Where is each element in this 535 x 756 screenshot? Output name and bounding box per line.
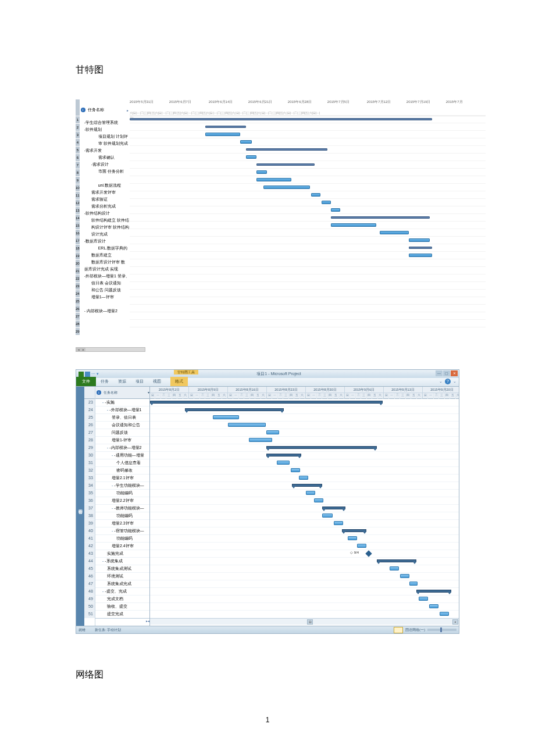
horizontal-scrollbar[interactable]: ◂ ▸ bbox=[76, 347, 145, 352]
summary-bar[interactable] bbox=[266, 446, 377, 449]
task-name-cell[interactable]: 增量2.1评审 bbox=[95, 475, 149, 482]
task-name-cell[interactable]: 实施完成 bbox=[95, 550, 149, 558]
task-bar[interactable] bbox=[263, 186, 310, 189]
summary-bar[interactable] bbox=[246, 148, 327, 151]
scroll-right-button[interactable]: ▸ bbox=[452, 619, 458, 625]
summary-bar[interactable] bbox=[409, 247, 432, 249]
column-dropdown-icon[interactable]: ▾ bbox=[148, 387, 149, 398]
task-name-cell[interactable]: 系统集成完成 bbox=[95, 580, 149, 588]
summary-bar[interactable] bbox=[185, 408, 284, 411]
ribbon-tab[interactable]: 视图 bbox=[148, 377, 166, 386]
minimize-button[interactable]: — bbox=[436, 370, 443, 376]
task-name-cell[interactable]: 系统集成测试 bbox=[95, 565, 149, 573]
task-name-cell[interactable]: 功能编码 bbox=[95, 535, 149, 543]
task-bar[interactable] bbox=[409, 238, 430, 242]
task-name-cell[interactable]: 审 软件规划完成 bbox=[80, 140, 130, 147]
summary-bar[interactable] bbox=[205, 126, 246, 128]
view-strip-label[interactable]: 甘特图 bbox=[76, 387, 84, 626]
task-name-cell[interactable]: 需求开发评审 bbox=[80, 189, 130, 196]
task-name-cell[interactable]: 完成文档 bbox=[95, 595, 149, 603]
summary-bar[interactable] bbox=[331, 216, 430, 219]
task-name-cell[interactable]: -软件结构设计 bbox=[80, 210, 130, 217]
summary-bar[interactable] bbox=[256, 163, 315, 166]
task-bar[interactable] bbox=[429, 604, 438, 608]
task-name-cell[interactable]: 增量2.4评审 bbox=[95, 543, 149, 550]
task-bar[interactable] bbox=[419, 597, 428, 601]
task-name-cell[interactable] bbox=[80, 315, 130, 322]
view-button[interactable] bbox=[394, 627, 403, 633]
task-bar[interactable] bbox=[334, 521, 343, 525]
task-name-cell[interactable]: 增量2.3评审 bbox=[95, 520, 149, 527]
task-name-cell[interactable]: -学生综合管理系统 bbox=[80, 119, 130, 126]
task-name-cell[interactable]: - -宿管功能模块— bbox=[95, 527, 149, 535]
help-icon[interactable]: ? bbox=[445, 379, 451, 384]
task-name-cell[interactable]: 构设计评审 软件结构 bbox=[80, 224, 130, 231]
task-bar[interactable] bbox=[380, 231, 409, 234]
save-icon[interactable] bbox=[85, 372, 90, 377]
task-bar[interactable] bbox=[348, 536, 357, 540]
scroll-right-icon[interactable]: ▸ bbox=[81, 348, 85, 351]
task-bar[interactable] bbox=[311, 193, 320, 197]
task-name-cell[interactable] bbox=[80, 301, 130, 308]
task-name-cell[interactable]: -外部模块—增量1 登录、 bbox=[80, 273, 130, 280]
task-bar[interactable] bbox=[228, 423, 266, 427]
task-name-cell[interactable]: - -外部模块—增量1 bbox=[95, 406, 149, 414]
summary-bar[interactable] bbox=[377, 559, 416, 562]
task-name-cell[interactable]: 提交完成 bbox=[95, 611, 149, 618]
close-button[interactable]: ✕ bbox=[451, 370, 458, 376]
task-name-cell[interactable]: 增量1—评审 bbox=[80, 294, 130, 301]
task-bar[interactable] bbox=[322, 201, 331, 204]
task-name-cell[interactable]: 市面 任务分析 bbox=[80, 168, 130, 175]
task-bar[interactable] bbox=[331, 208, 340, 212]
task-name-cell[interactable]: 和公告 问题反馈 bbox=[80, 287, 130, 294]
task-name-cell[interactable]: 功能编码 bbox=[95, 490, 149, 497]
horizontal-scrollbar[interactable]: ▤ ▸ bbox=[150, 618, 459, 625]
task-name-cell[interactable]: ERL.数据字典的 bbox=[80, 245, 130, 252]
summary-bar[interactable] bbox=[130, 118, 432, 120]
task-bar[interactable] bbox=[256, 170, 267, 174]
task-name-cell[interactable]: 据库设计完成 实现 bbox=[80, 266, 130, 273]
summary-bar[interactable] bbox=[416, 590, 451, 593]
task-name-cell[interactable]: - -通用功能—增量 bbox=[95, 452, 149, 459]
task-name-cell[interactable]: 增量1-评审 bbox=[95, 437, 149, 444]
task-name-cell[interactable]: 软件结构建立 软件结 bbox=[80, 217, 130, 224]
maximize-button[interactable]: ▢ bbox=[443, 370, 450, 376]
task-bar[interactable] bbox=[440, 612, 449, 616]
task-name-cell[interactable]: 个人信息查看 bbox=[95, 459, 149, 467]
task-bar[interactable] bbox=[205, 133, 240, 136]
resize-handle-icon[interactable]: ▸ bbox=[127, 108, 129, 112]
ribbon-options-icon[interactable]: ⌄ bbox=[453, 379, 456, 384]
task-bar[interactable] bbox=[331, 223, 376, 227]
task-bar[interactable] bbox=[409, 254, 432, 257]
task-bar[interactable] bbox=[322, 513, 333, 518]
task-bar[interactable] bbox=[213, 415, 239, 419]
task-name-cell[interactable]: 数据库设计评审 数 bbox=[80, 259, 130, 266]
summary-bar[interactable] bbox=[292, 484, 322, 487]
task-name-cell[interactable]: -数据库设计 bbox=[80, 238, 130, 245]
quick-access-icon[interactable]: ⋯ ▾ bbox=[91, 372, 99, 377]
summary-bar[interactable] bbox=[150, 401, 383, 404]
task-name-cell[interactable]: 需求分析完成 bbox=[80, 203, 130, 210]
task-name-cell[interactable] bbox=[80, 175, 130, 182]
task-name-cell[interactable]: 值日表 会议通知 bbox=[80, 280, 130, 287]
task-name-cell[interactable]: 设计完成 bbox=[80, 231, 130, 238]
task-name-cell[interactable]: - -学生功能模块— bbox=[95, 482, 149, 490]
task-bar[interactable] bbox=[277, 461, 290, 465]
task-bar[interactable] bbox=[409, 582, 418, 586]
task-bar[interactable] bbox=[266, 430, 279, 434]
task-name-cell[interactable]: 环境测试 bbox=[95, 573, 149, 580]
task-bar[interactable] bbox=[256, 178, 291, 181]
task-name-cell[interactable]: 验收、提交 bbox=[95, 603, 149, 611]
ribbon-tab[interactable]: 资源 bbox=[113, 377, 131, 386]
task-name-cell[interactable]: 问题反馈 bbox=[95, 429, 149, 437]
scroll-left-icon[interactable]: ◂ bbox=[76, 348, 81, 351]
task-name-cell[interactable]: - -实施 bbox=[95, 399, 149, 406]
task-name-cell[interactable]: 需求确认 bbox=[80, 154, 130, 161]
task-bar[interactable] bbox=[400, 574, 409, 578]
task-name-cell[interactable]: - 内部模块—增量2 bbox=[80, 308, 130, 315]
task-bar[interactable] bbox=[291, 468, 300, 472]
task-bar[interactable] bbox=[314, 498, 323, 502]
ribbon-tab[interactable]: 任务 bbox=[96, 377, 113, 386]
task-name-cell[interactable]: - -系统集成 bbox=[95, 558, 149, 565]
task-name-cell[interactable]: 项目规划 计划评 bbox=[80, 133, 130, 140]
